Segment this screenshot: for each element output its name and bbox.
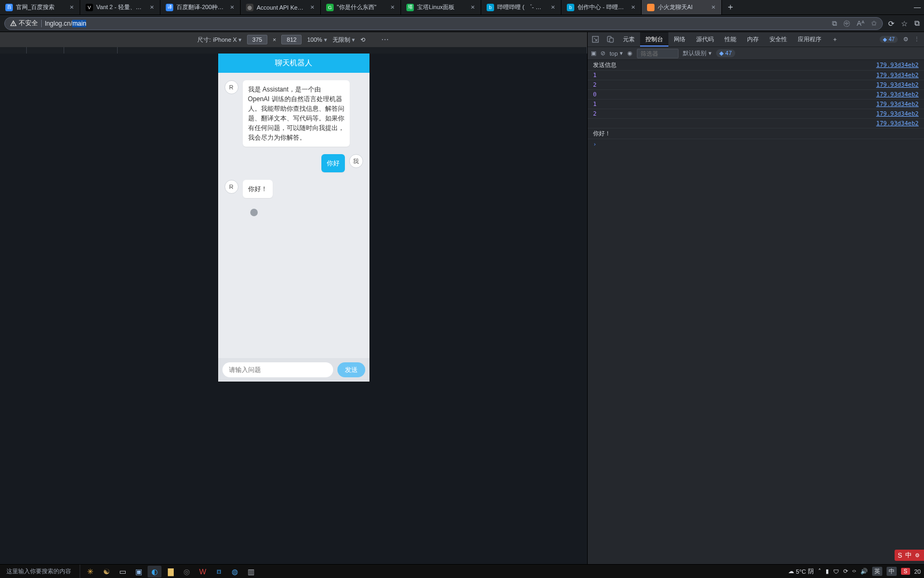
devtools-dock-icon[interactable]: ⋮ <box>914 36 920 43</box>
devtools-settings-icon[interactable]: ⚙ <box>903 36 908 43</box>
favicon: ◎ <box>246 4 253 11</box>
issue-filter-pill[interactable]: ◆ 47 <box>716 49 735 57</box>
devtools-tab-控制台[interactable]: 控制台 <box>640 32 668 47</box>
clear-console-icon[interactable]: ⊘ <box>600 50 605 57</box>
log-source-link[interactable]: 179.93d34eb2 <box>876 62 919 69</box>
zoom-select[interactable]: 100% <box>307 36 327 43</box>
devtools-tab-安全性[interactable]: 安全性 <box>764 32 792 47</box>
new-tab-button[interactable]: ＋ <box>722 0 739 14</box>
wps-icon[interactable]: W <box>196 566 210 577</box>
console-log-row: 发送信息179.93d34eb2 <box>588 60 924 71</box>
devtools-tab-元素[interactable]: 元素 <box>618 32 640 47</box>
ime-floating-pill[interactable]: S 中 ⚙ <box>895 550 924 561</box>
close-icon[interactable]: ✕ <box>228 4 236 11</box>
notepad-icon[interactable]: ▥ <box>244 566 258 577</box>
close-icon[interactable]: ✕ <box>148 4 156 11</box>
explorer-icon[interactable]: ▣ <box>132 566 145 577</box>
ime-lang-2[interactable]: 中 <box>887 567 897 576</box>
read-aloud-icon[interactable]: Aᴬ <box>857 19 865 27</box>
message-input[interactable] <box>222 362 333 377</box>
app-icon-4[interactable]: ◍ <box>228 566 242 577</box>
tray-sync-icon[interactable]: ⟳ <box>843 568 848 575</box>
send-button[interactable]: 发送 <box>337 362 365 377</box>
edge-icon[interactable]: ◐ <box>148 566 161 577</box>
chat-scroll[interactable]: R我是 Assistant，是一个由 OpenAI 训练的自然语言处理机器人。我… <box>218 73 369 358</box>
browser-tab[interactable]: VVant 2 - 轻量、可靠的移✕ <box>80 0 160 14</box>
ime-sogou-icon[interactable]: S <box>901 568 910 575</box>
tray-shield-icon[interactable]: 🛡 <box>833 568 839 575</box>
weather-widget[interactable]: ☁ 5°C 阴 <box>788 567 814 575</box>
close-icon[interactable]: ✕ <box>629 4 637 11</box>
console-log-row: 1179.93d34eb2 <box>588 100 924 109</box>
device-toolbar-more-icon[interactable]: ⋯ <box>381 35 390 44</box>
filter-input[interactable] <box>637 49 679 58</box>
tray-chevron-icon[interactable]: ˄ <box>818 568 821 575</box>
browser-tab[interactable]: ◎Account API Keys - Open✕ <box>241 0 321 14</box>
log-source-link[interactable]: 179.93d34eb2 <box>876 120 919 127</box>
browser-tab[interactable]: 百官网_百度搜索✕ <box>0 0 80 14</box>
live-expr-icon[interactable]: ◉ <box>627 50 633 57</box>
console-filter-bar: ▣ ⊘ top ▾ ◉ 默认级别 ▾ ◆ 47 <box>588 47 924 60</box>
omnibox-divider <box>41 20 42 27</box>
device-width-input[interactable] <box>247 35 267 44</box>
issues-badge[interactable]: ◆47 <box>880 36 898 43</box>
browser-tab[interactable]: G"你是什么东西"✕ <box>321 0 401 14</box>
device-select[interactable]: iPhone X <box>213 36 242 43</box>
console-body[interactable]: 发送信息179.93d34eb21179.93d34eb22179.93d34e… <box>588 60 924 564</box>
devtools-tab-网络[interactable]: 网络 <box>668 32 691 47</box>
toggle-device-icon[interactable] <box>603 36 618 43</box>
log-source-link[interactable]: 179.93d34eb2 <box>876 91 919 98</box>
app-icon-3[interactable]: ◎ <box>180 566 194 577</box>
taskview-icon[interactable]: ▭ <box>116 566 129 577</box>
devtools: 元素控制台网络源代码性能内存安全性应用程序 ＋ ◆47 ⚙ ⋮ ▣ ⊘ top … <box>587 32 924 564</box>
ime-lang-1[interactable]: 英 <box>872 567 882 576</box>
devtools-tab-应用程序[interactable]: 应用程序 <box>792 32 827 47</box>
refresh-icon[interactable]: ⟳ <box>888 19 895 28</box>
more-tabs-button[interactable]: ＋ <box>827 32 843 47</box>
browser-tab[interactable]: 译百度翻译-200种语言互译✕ <box>160 0 241 14</box>
log-source-link[interactable]: 179.93d34eb2 <box>876 72 919 79</box>
inspect-icon[interactable] <box>588 36 603 43</box>
close-icon[interactable]: ✕ <box>309 4 316 11</box>
close-icon[interactable]: ✕ <box>389 4 396 11</box>
device-height-input[interactable] <box>281 35 302 44</box>
devtools-tab-内存[interactable]: 内存 <box>742 32 764 47</box>
device-toggle-icon[interactable]: ⧉ <box>832 19 837 28</box>
throttling-select[interactable]: 无限制 <box>333 36 355 44</box>
folder-icon[interactable]: ▇ <box>164 566 178 577</box>
sidebar-toggle-icon[interactable]: ▣ <box>591 50 596 57</box>
tray-charge-icon[interactable]: ▮ <box>826 568 829 575</box>
context-select[interactable]: top ▾ <box>610 50 623 57</box>
devtools-tab-源代码[interactable]: 源代码 <box>691 32 719 47</box>
close-icon[interactable]: ✕ <box>469 4 476 11</box>
browser-tab[interactable]: 小火龙聊天AI✕ <box>642 0 722 14</box>
devtools-tab-性能[interactable]: 性能 <box>719 32 742 47</box>
collections-icon[interactable]: ⧉ <box>914 19 920 28</box>
log-level-select[interactable]: 默认级别 ▾ <box>683 49 712 57</box>
clock-tail[interactable]: 20 <box>914 568 921 575</box>
favorites-icon[interactable]: ✩ <box>871 19 877 27</box>
browser-tab[interactable]: 塔宝塔Linux面板✕ <box>401 0 481 14</box>
favorites-bar-icon[interactable]: ☆ <box>901 19 908 28</box>
omnibox[interactable]: 不安全 lnglog.cn/main ⧉ ㊥ Aᴬ ✩ <box>4 17 883 30</box>
tray-volume-icon[interactable]: 🔊 <box>860 568 868 575</box>
browser-tab[interactable]: b创作中心 - 哔哩哔哩弹幕✕ <box>561 0 642 14</box>
taskbar-search[interactable]: 这里输入你要搜索的内容 <box>0 565 80 578</box>
close-icon[interactable]: ✕ <box>549 4 557 11</box>
browser-tab[interactable]: b哔哩哔哩 ( ゜- ゜)つロ 干✕ <box>481 0 561 14</box>
vscode-icon[interactable]: ⧈ <box>212 566 226 577</box>
close-icon[interactable]: ✕ <box>710 4 717 11</box>
app-icon-1[interactable]: ✳ <box>83 566 97 577</box>
tray-wifi-icon[interactable]: ⌔ <box>852 568 856 575</box>
taskbar: 这里输入你要搜索的内容 ✳ ☯ ▭ ▣ ◐ ▇ ◎ W ⧈ ◍ ▥ ☁ 5°C … <box>0 564 924 578</box>
log-source-link[interactable]: 179.93d34eb2 <box>876 110 919 117</box>
log-source-link[interactable]: 179.93d34eb2 <box>876 81 919 88</box>
app-icon-2[interactable]: ☯ <box>99 566 113 577</box>
window-min-icon[interactable]: — <box>914 3 921 11</box>
rotate-icon[interactable]: ⟲ <box>360 36 365 43</box>
ime-pill-gear-icon[interactable]: ⚙ <box>915 552 920 558</box>
translate-icon[interactable]: ㊥ <box>843 19 850 28</box>
close-icon[interactable]: ✕ <box>68 4 75 11</box>
console-prompt[interactable]: › <box>588 139 924 149</box>
log-source-link[interactable]: 179.93d34eb2 <box>876 101 919 108</box>
